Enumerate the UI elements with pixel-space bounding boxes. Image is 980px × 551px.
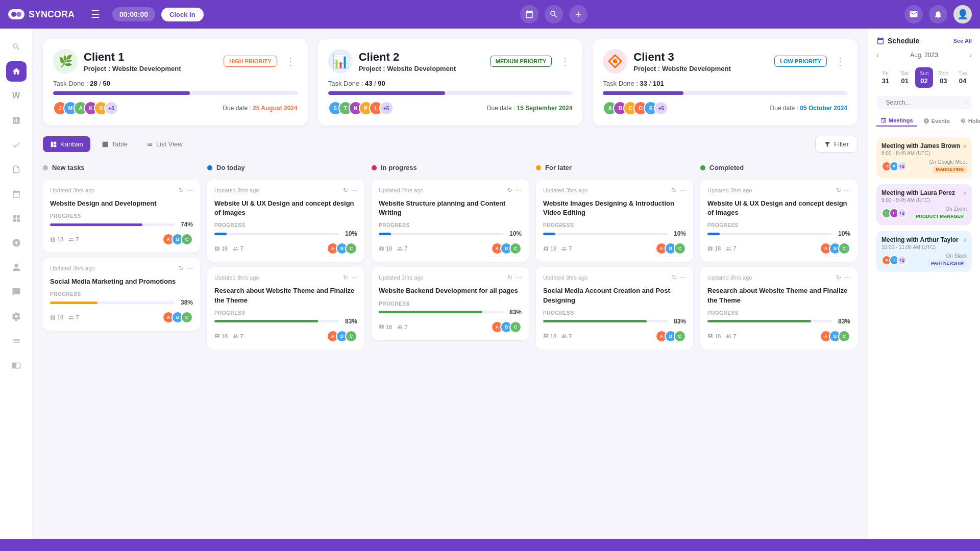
- nav-check-icon[interactable]: [6, 135, 27, 155]
- card-refresh-icon[interactable]: ↻: [507, 274, 512, 281]
- card-progress-bg: [214, 233, 339, 235]
- tab-holiday[interactable]: Holiday: [956, 115, 980, 127]
- cal-day-04[interactable]: Tue 04: [953, 67, 972, 88]
- card-members: 7: [397, 324, 407, 330]
- card-tasks: 18: [379, 324, 392, 330]
- calendar-search-input[interactable]: [886, 99, 963, 106]
- nav-plus-icon[interactable]: [6, 233, 27, 253]
- clock-in-button[interactable]: Clock In: [161, 8, 204, 21]
- card-refresh-icon[interactable]: ↻: [179, 265, 184, 272]
- card-refresh-icon[interactable]: ↻: [672, 187, 677, 194]
- card-members: 7: [561, 245, 572, 252]
- client-3-info: Client 3 Project : Website Development: [633, 51, 768, 72]
- nav-settings-icon[interactable]: [6, 306, 27, 327]
- client-1-more-btn[interactable]: ⋮: [283, 55, 298, 67]
- schedule-see-all[interactable]: See All: [953, 38, 972, 44]
- avatar: C: [345, 242, 357, 255]
- nav-chart-icon[interactable]: [6, 110, 27, 131]
- card-more-icon[interactable]: ⋯: [680, 274, 686, 281]
- card-more-icon[interactable]: ⋯: [516, 274, 522, 281]
- card-updated: Updated 3hrs ago: [214, 187, 259, 193]
- card-meta: Updated 3hrs ago ↻ ⋯: [707, 187, 850, 194]
- nav-list-icon[interactable]: [6, 331, 27, 351]
- kanban-tab[interactable]: Kanban: [43, 136, 90, 152]
- cal-day-02[interactable]: Sun 02: [915, 67, 934, 88]
- card-more-icon[interactable]: ⋯: [844, 274, 850, 281]
- kanban-col-completed: Completed Updated 3hrs ago ↻ ⋯ Website U…: [700, 161, 857, 349]
- calendar-search[interactable]: [876, 96, 972, 109]
- filter-button[interactable]: Filter: [815, 136, 857, 153]
- progress-label: PROGRESS: [543, 222, 686, 228]
- card-progress-row: 38%: [50, 299, 193, 306]
- nav-person-icon[interactable]: [6, 257, 27, 278]
- progress-label: PROGRESS: [50, 291, 193, 297]
- card-more-icon[interactable]: ⋯: [680, 187, 686, 194]
- card-refresh-icon[interactable]: ↻: [507, 187, 512, 194]
- card-refresh-icon[interactable]: ↻: [343, 187, 348, 194]
- tab-events[interactable]: Events: [919, 115, 954, 127]
- card-more-icon[interactable]: ⋯: [187, 187, 193, 194]
- client-1-due-date: Due date : 25 August 2024: [223, 105, 297, 112]
- card-refresh-icon[interactable]: ↻: [343, 274, 348, 281]
- card-more-icon[interactable]: ⋯: [516, 187, 522, 194]
- client-3-due-date: Due date : 05 October 2024: [770, 105, 847, 112]
- card-refresh-icon[interactable]: ↻: [672, 274, 677, 281]
- meeting-2-expand[interactable]: ∨: [963, 190, 967, 196]
- cal-next-btn[interactable]: ›: [969, 51, 972, 59]
- card-stats: 18 7: [50, 236, 79, 242]
- nav-book-icon[interactable]: [6, 355, 27, 375]
- card-members: 7: [726, 333, 736, 339]
- meeting-card-arthur: Meeting with Arthur Taylor ∨ 10:00 - 11:…: [876, 231, 972, 272]
- card-refresh-icon[interactable]: ↻: [836, 187, 841, 194]
- card-more-icon[interactable]: ⋯: [351, 187, 357, 194]
- table-tab[interactable]: Table: [94, 136, 135, 152]
- col-dot: [43, 165, 48, 170]
- kanban-col-header-do-today: Do today: [207, 161, 364, 174]
- card-members: 7: [68, 236, 79, 242]
- card-progress-bg: [543, 233, 668, 235]
- kanban-card: Updated 3hrs ago ↻ ⋯ Website Design and …: [43, 180, 200, 253]
- card-refresh-icon[interactable]: ↻: [836, 274, 841, 281]
- card-progress-pct: 38%: [179, 299, 193, 306]
- nav-search-icon[interactable]: [6, 37, 27, 57]
- card-progress-row: 83%: [543, 318, 686, 325]
- card-footer: 18 7 A B C: [543, 242, 686, 255]
- nav-calendar-icon[interactable]: [6, 184, 27, 204]
- card-more-icon[interactable]: ⋯: [187, 265, 193, 272]
- nav-w-icon[interactable]: W: [6, 86, 27, 106]
- calendar-icon-btn[interactable]: [520, 5, 538, 23]
- tab-meetings[interactable]: Meetings: [876, 115, 917, 127]
- notification-icon-btn[interactable]: [929, 5, 947, 23]
- card-refresh-icon[interactable]: ↻: [179, 187, 184, 194]
- cal-day-03[interactable]: Mon 03: [934, 67, 952, 88]
- mail-icon-btn[interactable]: [904, 5, 923, 23]
- card-stats: 18 7: [214, 245, 243, 252]
- add-icon-btn[interactable]: [569, 5, 587, 23]
- menu-button[interactable]: ☰: [89, 6, 102, 22]
- client-3-logo: [603, 49, 627, 73]
- card-progress-bg: [543, 320, 668, 322]
- client-3-more-btn[interactable]: ⋮: [833, 55, 847, 67]
- nav-doc-icon[interactable]: [6, 282, 27, 302]
- cal-day-01[interactable]: Sat 01: [896, 67, 914, 88]
- meeting-3-expand[interactable]: ∨: [963, 237, 967, 243]
- avatar: C: [509, 321, 522, 333]
- nav-grid-icon[interactable]: [6, 208, 27, 229]
- list-view-tab[interactable]: List View: [139, 136, 190, 152]
- card-more-icon[interactable]: ⋯: [844, 187, 850, 194]
- cal-day-31[interactable]: Fri 31: [876, 67, 895, 88]
- nav-file-icon[interactable]: [6, 159, 27, 180]
- meeting-2-title: Meeting with Laura Perez: [881, 189, 955, 196]
- card-members: 7: [233, 333, 243, 339]
- card-progress-fill: [214, 233, 227, 235]
- search-icon-btn[interactable]: [545, 5, 563, 23]
- col-label: Completed: [709, 164, 744, 171]
- logo-text: SYNCORA: [29, 9, 75, 20]
- meeting-1-expand[interactable]: ∨: [963, 143, 967, 149]
- nav-home-icon[interactable]: [6, 61, 27, 82]
- cal-prev-btn[interactable]: ‹: [876, 51, 879, 59]
- card-more-icon[interactable]: ⋯: [351, 274, 357, 281]
- card-updated: Updated 3hrs ago: [50, 187, 94, 193]
- client-2-more-btn[interactable]: ⋮: [558, 55, 572, 67]
- user-avatar[interactable]: 👤: [953, 5, 972, 23]
